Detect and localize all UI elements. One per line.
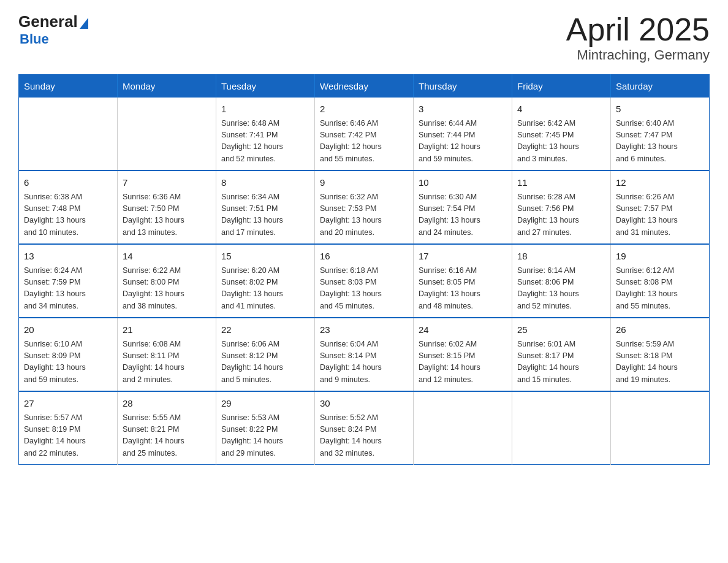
calendar-cell: 23Sunrise: 6:04 AM Sunset: 8:14 PM Dayli… (315, 318, 414, 391)
weekday-header-tuesday: Tuesday (216, 75, 315, 98)
day-number: 3 (419, 102, 507, 117)
day-number: 9 (320, 176, 408, 190)
day-info: Sunrise: 5:59 AM Sunset: 8:18 PM Dayligh… (616, 339, 704, 386)
day-number: 10 (419, 176, 507, 190)
day-info: Sunrise: 6:08 AM Sunset: 8:11 PM Dayligh… (123, 339, 211, 386)
day-number: 11 (517, 176, 605, 190)
weekday-header-sunday: Sunday (19, 75, 118, 98)
day-number: 6 (24, 176, 112, 190)
day-number: 27 (24, 397, 112, 411)
calendar-week-row: 13Sunrise: 6:24 AM Sunset: 7:59 PM Dayli… (19, 244, 710, 318)
calendar-cell: 2Sunrise: 6:46 AM Sunset: 7:42 PM Daylig… (315, 98, 414, 170)
day-number: 14 (123, 250, 211, 264)
day-info: Sunrise: 5:57 AM Sunset: 8:19 PM Dayligh… (24, 412, 112, 460)
day-number: 8 (221, 176, 309, 190)
calendar-cell: 7Sunrise: 6:36 AM Sunset: 7:50 PM Daylig… (118, 170, 216, 244)
day-number: 20 (24, 323, 112, 337)
calendar-cell: 6Sunrise: 6:38 AM Sunset: 7:48 PM Daylig… (19, 170, 118, 244)
calendar-cell: 11Sunrise: 6:28 AM Sunset: 7:56 PM Dayli… (512, 170, 611, 244)
logo-text-general: General (18, 12, 78, 31)
calendar-header-row: SundayMondayTuesdayWednesdayThursdayFrid… (19, 75, 710, 98)
calendar-cell (118, 98, 216, 170)
day-number: 19 (616, 250, 704, 264)
day-info: Sunrise: 6:06 AM Sunset: 8:12 PM Dayligh… (221, 339, 309, 386)
calendar-cell: 3Sunrise: 6:44 AM Sunset: 7:44 PM Daylig… (414, 98, 512, 170)
day-number: 17 (419, 250, 507, 264)
day-info: Sunrise: 6:10 AM Sunset: 8:09 PM Dayligh… (24, 339, 112, 386)
calendar-cell (414, 391, 512, 465)
day-info: Sunrise: 6:36 AM Sunset: 7:50 PM Dayligh… (123, 191, 211, 239)
calendar-location: Mintraching, Germany (566, 47, 710, 63)
calendar-cell: 25Sunrise: 6:01 AM Sunset: 8:17 PM Dayli… (512, 318, 611, 391)
day-info: Sunrise: 6:26 AM Sunset: 7:57 PM Dayligh… (616, 191, 704, 239)
day-number: 29 (221, 397, 309, 411)
calendar-cell: 14Sunrise: 6:22 AM Sunset: 8:00 PM Dayli… (118, 244, 216, 318)
day-number: 28 (123, 397, 211, 411)
calendar-cell (19, 98, 118, 170)
calendar-cell: 1Sunrise: 6:48 AM Sunset: 7:41 PM Daylig… (216, 98, 315, 170)
day-info: Sunrise: 6:12 AM Sunset: 8:08 PM Dayligh… (616, 265, 704, 313)
calendar-cell: 19Sunrise: 6:12 AM Sunset: 8:08 PM Dayli… (611, 244, 710, 318)
calendar-cell: 17Sunrise: 6:16 AM Sunset: 8:05 PM Dayli… (414, 244, 512, 318)
calendar-cell: 26Sunrise: 5:59 AM Sunset: 8:18 PM Dayli… (611, 318, 710, 391)
day-info: Sunrise: 6:44 AM Sunset: 7:44 PM Dayligh… (419, 118, 507, 166)
day-number: 30 (320, 397, 408, 411)
calendar-cell: 13Sunrise: 6:24 AM Sunset: 7:59 PM Dayli… (19, 244, 118, 318)
calendar-week-row: 1Sunrise: 6:48 AM Sunset: 7:41 PM Daylig… (19, 98, 710, 170)
calendar-cell: 4Sunrise: 6:42 AM Sunset: 7:45 PM Daylig… (512, 98, 611, 170)
day-number: 2 (320, 102, 408, 117)
day-info: Sunrise: 6:46 AM Sunset: 7:42 PM Dayligh… (320, 118, 408, 166)
calendar-cell: 18Sunrise: 6:14 AM Sunset: 8:06 PM Dayli… (512, 244, 611, 318)
day-info: Sunrise: 5:55 AM Sunset: 8:21 PM Dayligh… (123, 412, 211, 460)
weekday-header-friday: Friday (512, 75, 611, 98)
calendar-cell: 15Sunrise: 6:20 AM Sunset: 8:02 PM Dayli… (216, 244, 315, 318)
day-info: Sunrise: 6:48 AM Sunset: 7:41 PM Dayligh… (221, 118, 309, 166)
weekday-header-wednesday: Wednesday (315, 75, 414, 98)
calendar-cell: 9Sunrise: 6:32 AM Sunset: 7:53 PM Daylig… (315, 170, 414, 244)
calendar-title: April 2025 (566, 12, 710, 47)
logo-triangle-icon (80, 18, 88, 29)
day-info: Sunrise: 6:02 AM Sunset: 8:15 PM Dayligh… (419, 339, 507, 386)
day-number: 26 (616, 323, 704, 337)
calendar-week-row: 6Sunrise: 6:38 AM Sunset: 7:48 PM Daylig… (19, 170, 710, 244)
day-info: Sunrise: 6:42 AM Sunset: 7:45 PM Dayligh… (517, 118, 605, 166)
day-number: 25 (517, 323, 605, 337)
calendar-cell: 22Sunrise: 6:06 AM Sunset: 8:12 PM Dayli… (216, 318, 315, 391)
day-info: Sunrise: 5:52 AM Sunset: 8:24 PM Dayligh… (320, 412, 408, 460)
calendar-cell (512, 391, 611, 465)
calendar-cell: 28Sunrise: 5:55 AM Sunset: 8:21 PM Dayli… (118, 391, 216, 465)
calendar-week-row: 27Sunrise: 5:57 AM Sunset: 8:19 PM Dayli… (19, 391, 710, 465)
day-info: Sunrise: 6:14 AM Sunset: 8:06 PM Dayligh… (517, 265, 605, 313)
calendar-cell: 12Sunrise: 6:26 AM Sunset: 7:57 PM Dayli… (611, 170, 710, 244)
calendar-cell: 21Sunrise: 6:08 AM Sunset: 8:11 PM Dayli… (118, 318, 216, 391)
day-info: Sunrise: 6:38 AM Sunset: 7:48 PM Dayligh… (24, 191, 112, 239)
calendar-cell: 10Sunrise: 6:30 AM Sunset: 7:54 PM Dayli… (414, 170, 512, 244)
day-number: 16 (320, 250, 408, 264)
page-header: General Blue April 2025 Mintraching, Ger… (18, 12, 710, 63)
day-number: 21 (123, 323, 211, 337)
day-number: 4 (517, 102, 605, 117)
calendar-cell: 29Sunrise: 5:53 AM Sunset: 8:22 PM Dayli… (216, 391, 315, 465)
day-number: 5 (616, 102, 704, 117)
calendar-table: SundayMondayTuesdayWednesdayThursdayFrid… (18, 74, 710, 465)
day-number: 13 (24, 250, 112, 264)
weekday-header-thursday: Thursday (414, 75, 512, 98)
weekday-header-saturday: Saturday (611, 75, 710, 98)
day-info: Sunrise: 6:16 AM Sunset: 8:05 PM Dayligh… (419, 265, 507, 313)
day-number: 12 (616, 176, 704, 190)
day-info: Sunrise: 6:18 AM Sunset: 8:03 PM Dayligh… (320, 265, 408, 313)
day-info: Sunrise: 6:34 AM Sunset: 7:51 PM Dayligh… (221, 191, 309, 239)
day-info: Sunrise: 6:30 AM Sunset: 7:54 PM Dayligh… (419, 191, 507, 239)
day-number: 15 (221, 250, 309, 264)
calendar-cell (611, 391, 710, 465)
day-info: Sunrise: 6:20 AM Sunset: 8:02 PM Dayligh… (221, 265, 309, 313)
calendar-cell: 16Sunrise: 6:18 AM Sunset: 8:03 PM Dayli… (315, 244, 414, 318)
logo: General Blue (18, 12, 88, 47)
calendar-cell: 27Sunrise: 5:57 AM Sunset: 8:19 PM Dayli… (19, 391, 118, 465)
day-info: Sunrise: 6:28 AM Sunset: 7:56 PM Dayligh… (517, 191, 605, 239)
day-info: Sunrise: 6:04 AM Sunset: 8:14 PM Dayligh… (320, 339, 408, 386)
calendar-cell: 8Sunrise: 6:34 AM Sunset: 7:51 PM Daylig… (216, 170, 315, 244)
day-info: Sunrise: 6:01 AM Sunset: 8:17 PM Dayligh… (517, 339, 605, 386)
day-info: Sunrise: 6:40 AM Sunset: 7:47 PM Dayligh… (616, 118, 704, 166)
day-info: Sunrise: 6:22 AM Sunset: 8:00 PM Dayligh… (123, 265, 211, 313)
